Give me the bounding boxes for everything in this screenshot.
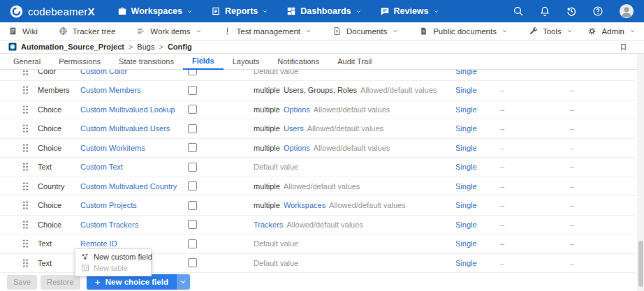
topnav-item-reports[interactable]: Reports [211,6,268,16]
tab-fields[interactable]: Fields [183,54,224,70]
menu-item-new-custom-field[interactable]: New custom field [75,251,151,262]
new-choice-field-button[interactable]: + New choice field [87,274,190,290]
drag-handle-icon[interactable] [22,124,29,133]
project-icon [8,43,17,51]
table-row: Choice Custom Multivalued Users multiple… [0,119,636,139]
help-icon[interactable] [592,6,603,17]
field-name-link[interactable]: Custom Projects [80,201,184,209]
toolbar-item-test-management[interactable]: Test management [223,27,312,36]
topnav-item-reviews[interactable]: Reviews [380,6,439,16]
field-checkbox[interactable] [188,239,197,248]
drag-handle-icon[interactable] [22,85,29,95]
breadcrumb-project[interactable]: Automation_Source_Project [21,43,124,51]
history-icon[interactable] [566,6,577,17]
field-checkbox[interactable] [188,201,197,210]
drag-handle-icon[interactable] [22,220,29,230]
field-name-link[interactable]: Custom Multivalued Lookup [80,105,184,114]
toolbar-item-tools[interactable]: Tools [529,27,573,36]
save-button[interactable]: Save [7,275,37,290]
notifications-icon[interactable] [539,6,550,17]
value-link[interactable]: Trackers [254,221,283,229]
drag-handle-icon[interactable] [22,200,29,210]
field-single-link[interactable]: Single [455,239,477,248]
toolbar-item-wiki[interactable]: Wiki [8,27,38,36]
field-checkbox[interactable] [188,105,197,114]
tab-notifications[interactable]: Notifications [268,54,328,69]
field-name-link[interactable]: Custom Trackers [80,221,184,229]
field-single-link[interactable]: Single [455,201,477,209]
drag-handle-icon[interactable] [22,162,29,172]
value-text: Allowed/default values [307,124,383,133]
search-icon[interactable] [513,6,524,17]
new-choice-field-main[interactable]: + New choice field [87,274,177,290]
avatar-icon[interactable] [619,3,634,19]
field-checkbox[interactable] [188,70,197,75]
drag-handle-icon[interactable] [22,143,29,153]
field-name-link[interactable]: Custom Members [80,86,184,94]
toolbar-item-work-items[interactable]: Work items [136,27,201,36]
drag-handle-icon[interactable] [22,105,29,114]
field-name-link[interactable]: Custom Text [80,163,184,171]
field-checkbox[interactable] [188,86,197,95]
topnav-item-label: Workspaces [131,6,182,16]
tab-permissions[interactable]: Permissions [50,54,110,69]
field-name-link[interactable]: Custom Multivalued Users [80,124,184,133]
drag-handle-icon[interactable] [22,70,29,76]
field-type: Text [38,239,80,248]
drag-handle-icon[interactable] [22,258,29,268]
value-link[interactable]: Users [284,124,304,133]
field-checkbox[interactable] [188,258,197,267]
value-link[interactable]: Workspaces [284,201,325,209]
field-name-link[interactable]: Custom Workitems [80,144,184,152]
field-single-link[interactable]: Single [455,259,477,267]
field-single-link[interactable]: Single [455,182,477,191]
field-single-link[interactable]: Single [455,86,477,94]
field-checkbox[interactable] [188,220,197,229]
field-value: Default value [254,163,298,171]
table-icon [81,264,89,272]
field-checkbox[interactable] [188,181,197,191]
tracker-tree-icon [59,27,68,36]
field-single-link[interactable]: Single [455,144,477,152]
field-dash: – [570,259,574,267]
vertical-scrollbar[interactable] [637,54,644,291]
toolbar-item-documents[interactable]: Documents [332,27,398,36]
value-link[interactable]: Options [284,144,310,152]
table-row: Color Custom Color Default value Single [0,70,636,81]
toolbar-item-label: Work items [150,27,190,36]
new-choice-field-caret[interactable] [177,274,190,290]
toolbar-item-admin[interactable]: Admin [587,27,636,36]
field-checkbox[interactable] [188,143,197,152]
field-type: Choice [38,201,80,209]
drag-handle-icon[interactable] [22,239,29,248]
app-logo[interactable]: codebeamerX [10,5,95,18]
topnav-item-label: Reviews [394,6,429,16]
tab-state-transitions[interactable]: State transitions [110,54,183,69]
breadcrumb-section[interactable]: Bugs [137,43,154,51]
field-checkbox[interactable] [188,124,197,133]
tab-general[interactable]: General [4,54,50,69]
field-name-link[interactable]: Custom Color [80,70,184,75]
field-single-link[interactable]: Single [455,70,477,75]
topnav-item-dashboards[interactable]: Dashboards [286,6,361,16]
chevron-down-icon [186,8,193,15]
field-single-link[interactable]: Single [455,163,477,171]
tab-layouts[interactable]: Layouts [224,54,269,69]
field-single-link[interactable]: Single [455,221,477,229]
field-single-link[interactable]: Single [455,124,477,133]
tab-audit-trail[interactable]: Audit Trail [328,54,381,69]
toolbar-item-tracker-tree[interactable]: Tracker tree [59,27,116,36]
drag-handle-icon[interactable] [22,181,29,191]
field-name-link[interactable]: Custom Multivalued Country [80,182,184,191]
restore-button[interactable]: Restore [41,275,80,290]
value-link[interactable]: Options [284,105,310,114]
field-name-link[interactable]: Remote ID [80,239,184,248]
field-dash: – [570,221,574,229]
topnav-item-workspaces[interactable]: Workspaces [117,6,193,16]
field-checkbox[interactable] [188,163,197,172]
value-text: Default value [254,239,298,248]
scrollbar-thumb[interactable] [638,241,643,287]
toolbar-item-public-documents[interactable]: Public documents [419,27,508,36]
bookmark-icon[interactable] [620,43,627,52]
field-single-link[interactable]: Single [455,105,477,114]
